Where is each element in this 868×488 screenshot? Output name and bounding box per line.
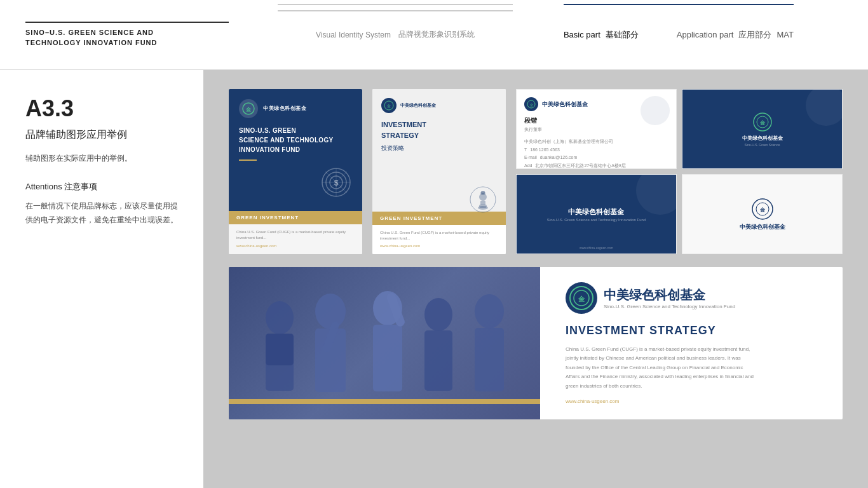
brochure1-name: 中美绿色科创基金 — [263, 105, 306, 112]
svg-text:金: 金 — [245, 107, 252, 112]
svg-point-30 — [266, 301, 294, 334]
brochure1-emblem: 金 — [239, 99, 258, 118]
section-desc: 辅助图形在实际应用中的举例。 — [25, 152, 178, 166]
svg-point-21 — [641, 96, 670, 125]
nav-basic-zh: 基础部分 — [606, 29, 639, 41]
svg-rect-41 — [475, 328, 504, 391]
main-content: A3.3 品牌辅助图形应用举例 辅助图形在实际应用中的举例。 Attention… — [0, 70, 868, 488]
brochure2-emblem: 金 — [381, 98, 397, 113]
wide-card-image — [229, 267, 540, 419]
brochure2-title-zh: 投资策略 — [381, 144, 497, 152]
attention-title: Attentions 注意事项 — [25, 181, 178, 193]
svg-rect-36 — [373, 325, 402, 391]
svg-point-40 — [475, 294, 504, 329]
brochure2-footer: China U.S. Green Fund (CUGF) is a market… — [372, 225, 506, 254]
svg-rect-39 — [424, 330, 452, 391]
bizcard-company-name: 中美绿色科创基金 — [542, 100, 588, 109]
brochure1-logo: 金 中美绿色科创基金 — [239, 99, 352, 118]
brochure2-name: 中美绿色科创基金 — [400, 102, 436, 109]
wide-image-stripe — [229, 399, 540, 404]
svg-text:金: 金 — [530, 103, 533, 107]
nav-basic-en: Basic part — [564, 30, 600, 39]
bizcard-back-dark: 中美绿色科创基金 Sino-U.S. Green Science and Tec… — [516, 174, 677, 254]
wide-title: INVESTMENT STRATEGY — [566, 324, 817, 337]
brochure1-banner: GREEN INVESTMENT — [229, 211, 362, 224]
people-illustration — [229, 267, 540, 419]
bizcard-watermark — [639, 95, 671, 129]
section-number: A3.3 — [25, 95, 178, 122]
wide-logo-row: 金 中美绿色科创基金 Sino-U.S. Green Science and T… — [566, 282, 817, 314]
brochure1-title: SINO-U.S. GREEN SCIENCE AND TECHNOLOGY I… — [239, 126, 352, 154]
bizcard-dark-logo: 中美绿色科创基金 Sino-U.S. Green Science and Tec… — [547, 207, 646, 222]
wide-desc: China U.S. Green Fund (CUGF) is a market… — [566, 345, 756, 391]
header: SINO–U.S. GREEN SCIENCE AND TECHNOLOGY I… — [0, 0, 868, 70]
bizcard-front: 金 中美绿色科创基金 段锴 执行董事 中美绿色科创（上海）私募基金管理有限公司 … — [516, 89, 677, 169]
brochure1-icon: $ — [320, 166, 352, 198]
bizcard-variant-content: 金 中美绿色科创基金 — [740, 198, 785, 231]
content-area: 金 中美绿色科创基金 SINO-U.S. GREEN SCIENCE AND T… — [203, 70, 868, 488]
sidebar: A3.3 品牌辅助图形应用举例 辅助图形在实际应用中的举例。 Attention… — [0, 70, 203, 488]
header-navigation: Visual Identity System 品牌视觉形象识别系统 Basic … — [229, 29, 843, 41]
wide-website: www.china-usgeen.com — [566, 398, 817, 404]
svg-point-25 — [806, 89, 843, 126]
svg-point-38 — [424, 298, 452, 331]
wide-name-zh: 中美绿色科创基金 — [604, 287, 735, 304]
svg-text:金: 金 — [387, 104, 391, 108]
section-title: 品牌辅助图形应用举例 — [25, 128, 178, 142]
svg-rect-15 — [480, 201, 485, 205]
brochure1-footer: China U.S. Green Fund (CUGF) is a market… — [229, 224, 362, 254]
svg-text:金: 金 — [759, 207, 766, 213]
cards-top-row: 金 中美绿色科创基金 SINO-U.S. GREEN SCIENCE AND T… — [229, 89, 843, 254]
svg-text:金: 金 — [578, 295, 585, 302]
brochure-card-1: 金 中美绿色科创基金 SINO-U.S. GREEN SCIENCE AND T… — [229, 89, 362, 254]
bizcard-back-navy: 金 中美绿色科创基金 Sino-U.S. Green Science — [682, 89, 843, 169]
bizcard-variant: 金 中美绿色科创基金 — [682, 174, 843, 254]
bizcard-back-content: 金 中美绿色科创基金 Sino-U.S. Green Science — [742, 112, 783, 147]
nav-vis-identity[interactable]: Visual Identity System 品牌视觉形象识别系统 — [278, 29, 513, 40]
nav-app-zh: 应用部分 — [738, 29, 771, 41]
nav-application[interactable]: Application part 应用部分 MAT — [677, 29, 794, 41]
bizcard-area: 金 中美绿色科创基金 段锴 执行董事 中美绿色科创（上海）私募基金管理有限公司 … — [516, 89, 843, 254]
svg-rect-32 — [266, 334, 294, 365]
bizcard-navy-watermark — [804, 89, 843, 130]
wide-name-en: Sino-U.S. Green Science and Technology I… — [604, 304, 735, 309]
wide-logo-text: 中美绿色科创基金 Sino-U.S. Green Science and Tec… — [604, 287, 735, 309]
logo-divider — [25, 22, 229, 23]
wide-emblem: 金 — [566, 282, 597, 314]
brochure2-title-en: INVESTMENT STRATEGY — [381, 119, 497, 140]
nav-vis-zh: 品牌视觉形象识别系统 — [398, 29, 475, 40]
brochure1-divider — [239, 159, 257, 161]
bizcard-emblem: 金 — [524, 97, 538, 111]
brochure2-chess-icon — [469, 186, 497, 216]
nav-app-en: Application part — [677, 30, 734, 39]
company-logo: SINO–U.S. GREEN SCIENCE AND TECHNOLOGY I… — [25, 22, 229, 48]
logo-title: SINO–U.S. GREEN SCIENCE AND TECHNOLOGY I… — [25, 28, 229, 48]
brochure2-logo: 金 中美绿色科创基金 — [381, 98, 497, 113]
wide-card-content: 金 中美绿色科创基金 Sino-U.S. Green Science and T… — [540, 267, 843, 419]
attention-body: 在一般情况下使用品牌标志，应该尽量使用提供的电子资源文件，避免在重绘中出现误差。 — [25, 199, 178, 228]
brochure1-top: 金 中美绿色科创基金 SINO-U.S. GREEN SCIENCE AND T… — [229, 89, 362, 211]
brochure-card-2: 金 中美绿色科创基金 INVESTMENT STRATEGY 投资策略 — [372, 89, 506, 254]
brochure2-top: 金 中美绿色科创基金 INVESTMENT STRATEGY 投资策略 — [372, 89, 506, 212]
wide-card: 金 中美绿色科创基金 Sino-U.S. Green Science and T… — [229, 267, 843, 419]
bizcard-info: 中美绿色科创（上海）私募基金管理有限公司 T 186 1265 4563 E-m… — [524, 138, 668, 169]
svg-point-33 — [315, 294, 346, 329]
nav-basic[interactable]: Basic part 基础部分 — [564, 29, 639, 41]
svg-text:金: 金 — [759, 120, 766, 126]
nav-vis-en: Visual Identity System — [316, 30, 391, 39]
bizcard-dark-website: www.china-usgeen.com — [517, 246, 676, 250]
nav-app-code: MAT — [776, 30, 793, 39]
svg-rect-18 — [481, 191, 485, 194]
